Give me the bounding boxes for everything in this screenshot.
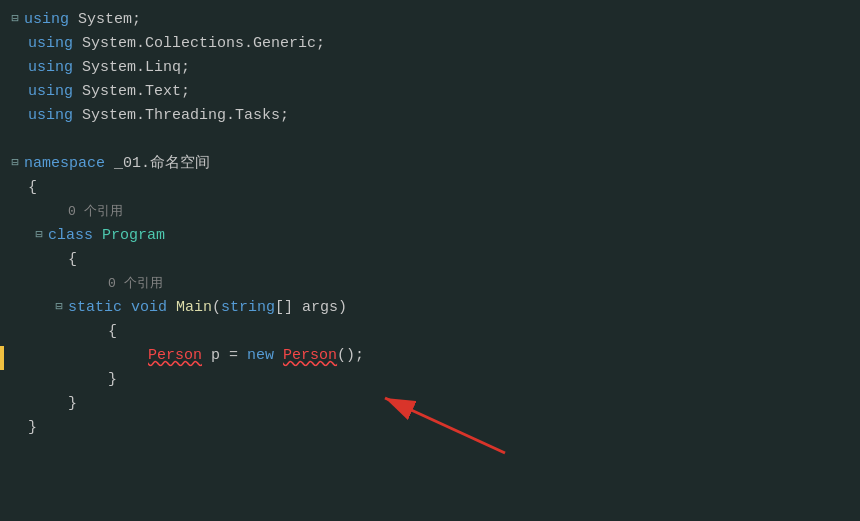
code-text: System.Collections.Generic;	[73, 32, 325, 56]
code-text: System.Linq;	[73, 56, 190, 80]
keyword-using: using	[28, 80, 73, 104]
line-13: ⊟ static void Main ( string [] args)	[0, 296, 860, 320]
line-4: using System.Text;	[0, 80, 860, 104]
brace-close-2: }	[68, 392, 77, 416]
collapse-icon-13[interactable]: ⊟	[50, 299, 68, 317]
line-2: using System.Collections.Generic;	[0, 32, 860, 56]
code-text: ();	[337, 344, 364, 368]
brace-open: {	[28, 176, 37, 200]
keyword-using: using	[28, 104, 73, 128]
line-18: }	[0, 416, 860, 440]
code-text: System.Threading.Tasks;	[73, 104, 289, 128]
keyword-using: using	[28, 32, 73, 56]
line-1: ⊟ using System;	[0, 8, 860, 32]
code-text: _01.命名空间	[105, 152, 210, 176]
line-15: Person p = new Person ();	[0, 344, 860, 368]
class-name: Program	[93, 224, 165, 248]
code-text: System.Text;	[73, 80, 190, 104]
code-text: p =	[202, 344, 247, 368]
line-9: 0 个引用	[0, 200, 860, 224]
keyword-using: using	[24, 8, 69, 32]
line-10: ⊟ class Program	[0, 224, 860, 248]
line-7: ⊟ namespace _01.命名空间	[0, 152, 860, 176]
keyword-void: void	[131, 296, 167, 320]
line-14: {	[0, 320, 860, 344]
keyword-class: class	[48, 224, 93, 248]
line-12: 0 个引用	[0, 272, 860, 296]
error-token-person2: Person	[283, 344, 337, 368]
collapse-icon-7[interactable]: ⊟	[6, 155, 24, 173]
code-text	[167, 296, 176, 320]
line-8: {	[0, 176, 860, 200]
keyword-static: static	[68, 296, 122, 320]
keyword-string: string	[221, 296, 275, 320]
brace-close-3: }	[28, 416, 37, 440]
code-text: System;	[69, 8, 141, 32]
line-3: using System.Linq;	[0, 56, 860, 80]
brace-close-1: }	[108, 368, 117, 392]
code-text: [] args)	[275, 296, 347, 320]
brace-open-3: {	[108, 320, 117, 344]
collapse-icon-10[interactable]: ⊟	[30, 227, 48, 245]
brace-open-2: {	[68, 248, 77, 272]
yellow-indicator	[0, 346, 4, 370]
collapse-icon-1[interactable]: ⊟	[6, 11, 24, 29]
code-text	[122, 296, 131, 320]
method-name: Main	[176, 296, 212, 320]
line-16: }	[0, 368, 860, 392]
line-11: {	[0, 248, 860, 272]
keyword-namespace: namespace	[24, 152, 105, 176]
ref-hint-2: 0 个引用	[108, 274, 163, 295]
code-text: (	[212, 296, 221, 320]
line-6	[0, 128, 860, 152]
ref-hint-1: 0 个引用	[68, 202, 123, 223]
code-text	[274, 344, 283, 368]
line-5: using System.Threading.Tasks;	[0, 104, 860, 128]
keyword-using: using	[28, 56, 73, 80]
keyword-new: new	[247, 344, 274, 368]
code-editor: ⊟ using System; using System.Collections…	[0, 0, 860, 521]
line-17: }	[0, 392, 860, 416]
error-token-person1: Person	[148, 344, 202, 368]
